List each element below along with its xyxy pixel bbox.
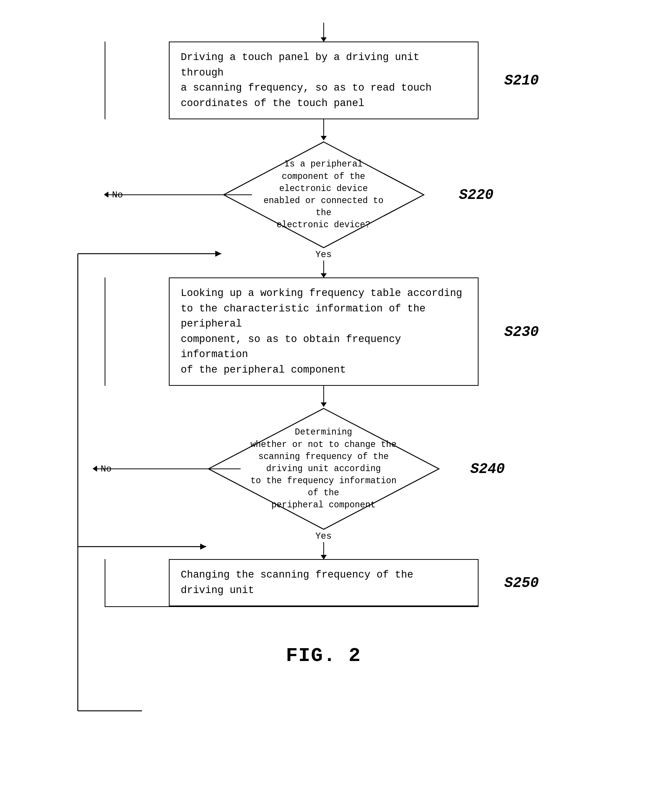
step-s230-text: Looking up a working frequency table acc… <box>181 288 462 376</box>
arrow-s230-s240 <box>323 386 324 407</box>
yes-arrow-s220: Yes <box>315 250 332 277</box>
step-s230-container: Looking up a working frequency table acc… <box>169 277 479 386</box>
figure-caption: FIG. 2 <box>286 645 361 667</box>
step-s210-container: Driving a touch panel by a driving unit … <box>169 42 479 119</box>
svg-marker-0 <box>224 142 424 248</box>
step-s230-box: Looking up a working frequency table acc… <box>169 277 479 386</box>
flowchart-diagram: Driving a touch panel by a driving unit … <box>78 23 569 607</box>
step-s210-label: S210 <box>504 72 539 89</box>
step-s250-container: Changing the scanning frequency of the d… <box>169 559 479 606</box>
step-s250-text: Changing the scanning frequency of the d… <box>181 569 414 596</box>
step-s220-label: S220 <box>459 187 493 203</box>
step-s210-text: Driving a touch panel by a driving unit … <box>181 52 432 109</box>
entry-arrow <box>323 23 324 42</box>
left-border-s250 <box>105 559 105 606</box>
yes-label-s220: Yes <box>315 250 332 260</box>
step-s220-diamond: Is a peripheralcomponent of the electron… <box>222 140 426 250</box>
no-hline-s220 <box>108 194 252 195</box>
left-border-s230 <box>105 277 105 386</box>
step-s250-box: Changing the scanning frequency of the d… <box>169 559 479 606</box>
arrow-s210-s220 <box>323 119 324 140</box>
yes-arrow-s240: Yes <box>315 531 332 559</box>
step-s230-label: S230 <box>504 324 539 340</box>
no-hline-s240 <box>97 468 241 469</box>
step-s240-diamond: Determiningwhether or not to change thes… <box>207 407 441 531</box>
step-s220-container: Is a peripheralcomponent of the electron… <box>78 140 569 250</box>
step-s210-box: Driving a touch panel by a driving unit … <box>169 42 479 119</box>
step-s240-container: Determiningwhether or not to change thes… <box>78 407 569 531</box>
bottom-hline-left <box>105 606 170 607</box>
left-border-s210 <box>105 42 105 119</box>
step-s250-label: S250 <box>504 575 539 591</box>
svg-marker-1 <box>208 408 439 529</box>
bottom-connector <box>169 606 479 607</box>
step-s240-label: S240 <box>470 461 505 477</box>
yes-label-s240: Yes <box>315 531 332 541</box>
